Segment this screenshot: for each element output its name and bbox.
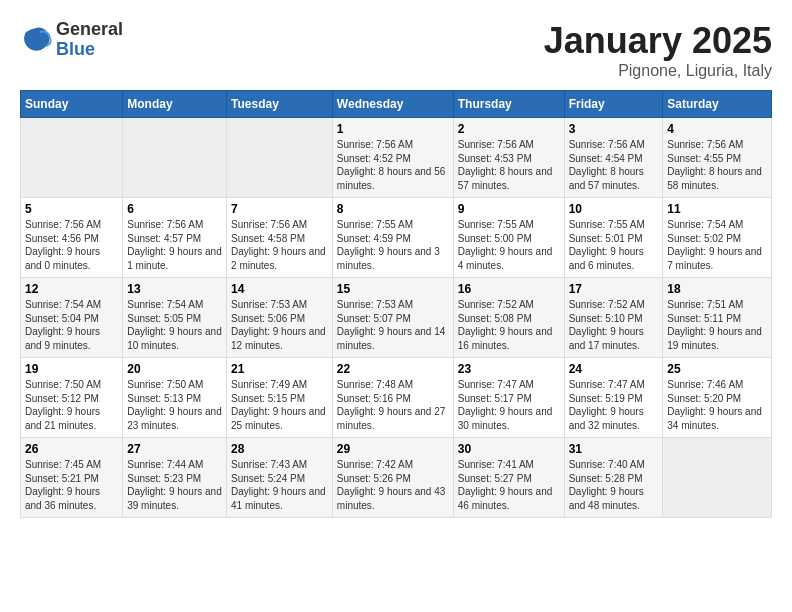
day-info: Sunrise: 7:44 AM Sunset: 5:23 PM Dayligh… (127, 458, 222, 512)
day-number: 17 (569, 282, 659, 296)
day-info: Sunrise: 7:54 AM Sunset: 5:02 PM Dayligh… (667, 218, 767, 272)
calendar-title: January 2025 (544, 20, 772, 62)
day-cell: 25Sunrise: 7:46 AM Sunset: 5:20 PM Dayli… (663, 358, 772, 438)
day-info: Sunrise: 7:56 AM Sunset: 4:52 PM Dayligh… (337, 138, 449, 192)
day-cell: 4Sunrise: 7:56 AM Sunset: 4:55 PM Daylig… (663, 118, 772, 198)
day-info: Sunrise: 7:43 AM Sunset: 5:24 PM Dayligh… (231, 458, 328, 512)
week-row-4: 19Sunrise: 7:50 AM Sunset: 5:12 PM Dayli… (21, 358, 772, 438)
day-cell: 2Sunrise: 7:56 AM Sunset: 4:53 PM Daylig… (453, 118, 564, 198)
header-thursday: Thursday (453, 91, 564, 118)
day-number: 15 (337, 282, 449, 296)
day-cell (21, 118, 123, 198)
day-info: Sunrise: 7:49 AM Sunset: 5:15 PM Dayligh… (231, 378, 328, 432)
day-cell: 8Sunrise: 7:55 AM Sunset: 4:59 PM Daylig… (332, 198, 453, 278)
day-cell: 7Sunrise: 7:56 AM Sunset: 4:58 PM Daylig… (227, 198, 333, 278)
day-number: 7 (231, 202, 328, 216)
day-cell: 3Sunrise: 7:56 AM Sunset: 4:54 PM Daylig… (564, 118, 663, 198)
header-friday: Friday (564, 91, 663, 118)
day-cell: 16Sunrise: 7:52 AM Sunset: 5:08 PM Dayli… (453, 278, 564, 358)
day-number: 4 (667, 122, 767, 136)
week-row-1: 1Sunrise: 7:56 AM Sunset: 4:52 PM Daylig… (21, 118, 772, 198)
day-info: Sunrise: 7:56 AM Sunset: 4:55 PM Dayligh… (667, 138, 767, 192)
day-cell: 20Sunrise: 7:50 AM Sunset: 5:13 PM Dayli… (123, 358, 227, 438)
day-info: Sunrise: 7:46 AM Sunset: 5:20 PM Dayligh… (667, 378, 767, 432)
logo-text: General Blue (56, 20, 123, 60)
day-cell: 6Sunrise: 7:56 AM Sunset: 4:57 PM Daylig… (123, 198, 227, 278)
logo: General Blue (20, 20, 123, 60)
header-wednesday: Wednesday (332, 91, 453, 118)
day-cell (663, 438, 772, 518)
day-number: 8 (337, 202, 449, 216)
day-info: Sunrise: 7:56 AM Sunset: 4:58 PM Dayligh… (231, 218, 328, 272)
day-info: Sunrise: 7:50 AM Sunset: 5:12 PM Dayligh… (25, 378, 118, 432)
day-cell: 23Sunrise: 7:47 AM Sunset: 5:17 PM Dayli… (453, 358, 564, 438)
day-cell: 21Sunrise: 7:49 AM Sunset: 5:15 PM Dayli… (227, 358, 333, 438)
calendar-location: Pignone, Liguria, Italy (544, 62, 772, 80)
day-info: Sunrise: 7:52 AM Sunset: 5:10 PM Dayligh… (569, 298, 659, 352)
day-cell: 1Sunrise: 7:56 AM Sunset: 4:52 PM Daylig… (332, 118, 453, 198)
day-number: 12 (25, 282, 118, 296)
day-number: 16 (458, 282, 560, 296)
day-number: 13 (127, 282, 222, 296)
day-cell: 14Sunrise: 7:53 AM Sunset: 5:06 PM Dayli… (227, 278, 333, 358)
day-cell: 26Sunrise: 7:45 AM Sunset: 5:21 PM Dayli… (21, 438, 123, 518)
day-info: Sunrise: 7:45 AM Sunset: 5:21 PM Dayligh… (25, 458, 118, 512)
day-number: 20 (127, 362, 222, 376)
day-info: Sunrise: 7:41 AM Sunset: 5:27 PM Dayligh… (458, 458, 560, 512)
day-cell: 31Sunrise: 7:40 AM Sunset: 5:28 PM Dayli… (564, 438, 663, 518)
day-number: 19 (25, 362, 118, 376)
day-cell: 13Sunrise: 7:54 AM Sunset: 5:05 PM Dayli… (123, 278, 227, 358)
day-info: Sunrise: 7:40 AM Sunset: 5:28 PM Dayligh… (569, 458, 659, 512)
day-info: Sunrise: 7:56 AM Sunset: 4:56 PM Dayligh… (25, 218, 118, 272)
page-header: General Blue January 2025 Pignone, Ligur… (20, 20, 772, 80)
day-info: Sunrise: 7:47 AM Sunset: 5:19 PM Dayligh… (569, 378, 659, 432)
day-cell: 27Sunrise: 7:44 AM Sunset: 5:23 PM Dayli… (123, 438, 227, 518)
day-number: 29 (337, 442, 449, 456)
day-cell (227, 118, 333, 198)
day-info: Sunrise: 7:55 AM Sunset: 5:00 PM Dayligh… (458, 218, 560, 272)
day-number: 10 (569, 202, 659, 216)
day-number: 21 (231, 362, 328, 376)
day-cell: 9Sunrise: 7:55 AM Sunset: 5:00 PM Daylig… (453, 198, 564, 278)
day-cell: 11Sunrise: 7:54 AM Sunset: 5:02 PM Dayli… (663, 198, 772, 278)
day-number: 3 (569, 122, 659, 136)
day-cell: 29Sunrise: 7:42 AM Sunset: 5:26 PM Dayli… (332, 438, 453, 518)
day-number: 25 (667, 362, 767, 376)
day-info: Sunrise: 7:55 AM Sunset: 4:59 PM Dayligh… (337, 218, 449, 272)
day-number: 27 (127, 442, 222, 456)
day-info: Sunrise: 7:51 AM Sunset: 5:11 PM Dayligh… (667, 298, 767, 352)
day-cell: 12Sunrise: 7:54 AM Sunset: 5:04 PM Dayli… (21, 278, 123, 358)
day-number: 18 (667, 282, 767, 296)
day-number: 23 (458, 362, 560, 376)
day-number: 9 (458, 202, 560, 216)
day-number: 31 (569, 442, 659, 456)
day-number: 30 (458, 442, 560, 456)
logo-icon (20, 24, 52, 56)
day-number: 14 (231, 282, 328, 296)
day-cell: 15Sunrise: 7:53 AM Sunset: 5:07 PM Dayli… (332, 278, 453, 358)
day-number: 6 (127, 202, 222, 216)
calendar-body: 1Sunrise: 7:56 AM Sunset: 4:52 PM Daylig… (21, 118, 772, 518)
day-number: 24 (569, 362, 659, 376)
day-info: Sunrise: 7:55 AM Sunset: 5:01 PM Dayligh… (569, 218, 659, 272)
header-row: SundayMondayTuesdayWednesdayThursdayFrid… (21, 91, 772, 118)
day-number: 2 (458, 122, 560, 136)
header-tuesday: Tuesday (227, 91, 333, 118)
day-info: Sunrise: 7:56 AM Sunset: 4:54 PM Dayligh… (569, 138, 659, 192)
header-monday: Monday (123, 91, 227, 118)
week-row-3: 12Sunrise: 7:54 AM Sunset: 5:04 PM Dayli… (21, 278, 772, 358)
day-cell: 18Sunrise: 7:51 AM Sunset: 5:11 PM Dayli… (663, 278, 772, 358)
day-cell: 22Sunrise: 7:48 AM Sunset: 5:16 PM Dayli… (332, 358, 453, 438)
day-info: Sunrise: 7:53 AM Sunset: 5:07 PM Dayligh… (337, 298, 449, 352)
day-info: Sunrise: 7:52 AM Sunset: 5:08 PM Dayligh… (458, 298, 560, 352)
day-number: 5 (25, 202, 118, 216)
day-info: Sunrise: 7:56 AM Sunset: 4:53 PM Dayligh… (458, 138, 560, 192)
header-saturday: Saturday (663, 91, 772, 118)
title-block: January 2025 Pignone, Liguria, Italy (544, 20, 772, 80)
day-info: Sunrise: 7:54 AM Sunset: 5:05 PM Dayligh… (127, 298, 222, 352)
day-cell: 10Sunrise: 7:55 AM Sunset: 5:01 PM Dayli… (564, 198, 663, 278)
day-cell: 28Sunrise: 7:43 AM Sunset: 5:24 PM Dayli… (227, 438, 333, 518)
header-sunday: Sunday (21, 91, 123, 118)
day-cell (123, 118, 227, 198)
week-row-2: 5Sunrise: 7:56 AM Sunset: 4:56 PM Daylig… (21, 198, 772, 278)
